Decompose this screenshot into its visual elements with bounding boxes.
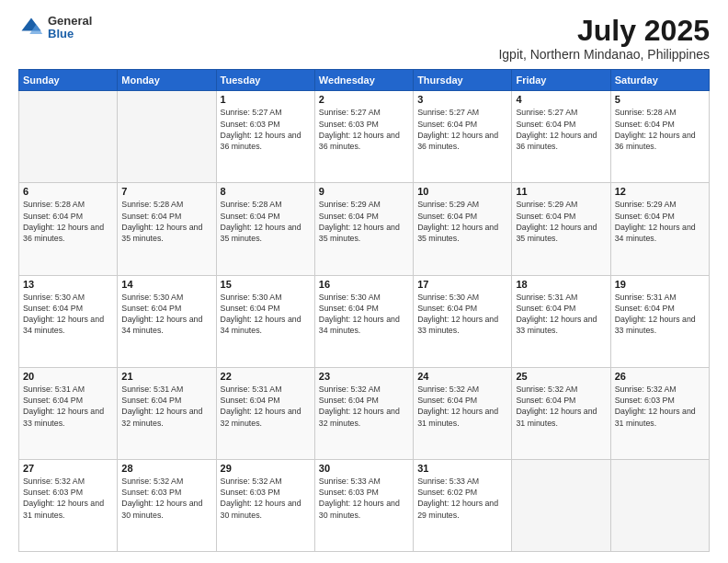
day-info: Sunrise: 5:27 AM Sunset: 6:03 PM Dayligh… (319, 107, 409, 152)
calendar-cell (610, 459, 709, 551)
weekday-header-saturday: Saturday (610, 70, 709, 91)
day-number: 8 (221, 186, 311, 197)
day-number: 2 (319, 94, 409, 105)
calendar-cell (118, 91, 216, 183)
weekday-header-row: SundayMondayTuesdayWednesdayThursdayFrid… (19, 70, 710, 91)
day-info: Sunrise: 5:31 AM Sunset: 6:04 PM Dayligh… (23, 384, 113, 429)
day-number: 30 (319, 463, 409, 474)
day-number: 20 (23, 371, 113, 382)
day-number: 15 (221, 279, 311, 290)
day-info: Sunrise: 5:32 AM Sunset: 6:04 PM Dayligh… (319, 384, 409, 429)
day-number: 4 (516, 94, 606, 105)
calendar-cell: 16Sunrise: 5:30 AM Sunset: 6:04 PM Dayli… (314, 275, 413, 367)
day-info: Sunrise: 5:33 AM Sunset: 6:03 PM Dayligh… (319, 476, 409, 521)
calendar-cell: 28Sunrise: 5:32 AM Sunset: 6:03 PM Dayli… (118, 459, 216, 551)
day-number: 24 (417, 371, 507, 382)
calendar-cell: 15Sunrise: 5:30 AM Sunset: 6:04 PM Dayli… (216, 275, 314, 367)
day-info: Sunrise: 5:30 AM Sunset: 6:04 PM Dayligh… (319, 292, 409, 337)
day-number: 12 (615, 186, 705, 197)
day-number: 6 (23, 186, 113, 197)
day-number: 10 (417, 186, 507, 197)
day-number: 11 (516, 186, 606, 197)
logo: General Blue (18, 15, 92, 41)
calendar-cell: 25Sunrise: 5:32 AM Sunset: 6:04 PM Dayli… (512, 367, 610, 459)
calendar-cell: 3Sunrise: 5:27 AM Sunset: 6:04 PM Daylig… (414, 91, 512, 183)
calendar-cell: 22Sunrise: 5:31 AM Sunset: 6:04 PM Dayli… (216, 367, 314, 459)
day-number: 16 (319, 279, 409, 290)
day-info: Sunrise: 5:29 AM Sunset: 6:04 PM Dayligh… (516, 199, 606, 244)
week-row-2: 6Sunrise: 5:28 AM Sunset: 6:04 PM Daylig… (19, 183, 710, 275)
day-info: Sunrise: 5:32 AM Sunset: 6:04 PM Dayligh… (417, 384, 507, 429)
day-info: Sunrise: 5:32 AM Sunset: 6:04 PM Dayligh… (516, 384, 606, 429)
logo-blue: Blue (48, 28, 92, 40)
day-info: Sunrise: 5:27 AM Sunset: 6:04 PM Dayligh… (417, 107, 507, 152)
day-info: Sunrise: 5:31 AM Sunset: 6:04 PM Dayligh… (516, 292, 606, 337)
day-info: Sunrise: 5:29 AM Sunset: 6:04 PM Dayligh… (615, 199, 705, 244)
day-info: Sunrise: 5:28 AM Sunset: 6:04 PM Dayligh… (615, 107, 705, 152)
day-number: 14 (121, 279, 211, 290)
day-number: 21 (121, 371, 211, 382)
day-info: Sunrise: 5:27 AM Sunset: 6:03 PM Dayligh… (221, 107, 311, 152)
calendar-cell (19, 91, 118, 183)
calendar-cell: 8Sunrise: 5:28 AM Sunset: 6:04 PM Daylig… (216, 183, 314, 275)
calendar-cell: 29Sunrise: 5:32 AM Sunset: 6:03 PM Dayli… (216, 459, 314, 551)
day-number: 19 (615, 279, 705, 290)
calendar-cell: 18Sunrise: 5:31 AM Sunset: 6:04 PM Dayli… (512, 275, 610, 367)
weekday-header-thursday: Thursday (414, 70, 512, 91)
day-number: 25 (516, 371, 606, 382)
day-info: Sunrise: 5:27 AM Sunset: 6:04 PM Dayligh… (516, 107, 606, 152)
calendar-page: General Blue July 2025 Igpit, Northern M… (0, 0, 728, 563)
calendar-table: SundayMondayTuesdayWednesdayThursdayFrid… (18, 69, 710, 552)
header: General Blue July 2025 Igpit, Northern M… (18, 15, 710, 62)
title-area: July 2025 Igpit, Northern Mindanao, Phil… (498, 15, 710, 62)
calendar-cell: 4Sunrise: 5:27 AM Sunset: 6:04 PM Daylig… (512, 91, 610, 183)
logo-icon (18, 15, 44, 40)
day-info: Sunrise: 5:28 AM Sunset: 6:04 PM Dayligh… (121, 199, 211, 244)
day-info: Sunrise: 5:29 AM Sunset: 6:04 PM Dayligh… (417, 199, 507, 244)
calendar-cell: 13Sunrise: 5:30 AM Sunset: 6:04 PM Dayli… (19, 275, 118, 367)
main-title: July 2025 (498, 15, 710, 47)
calendar-cell: 1Sunrise: 5:27 AM Sunset: 6:03 PM Daylig… (216, 91, 314, 183)
weekday-header-monday: Monday (118, 70, 216, 91)
logo-general: General (48, 15, 92, 28)
day-number: 3 (417, 94, 507, 105)
day-number: 23 (319, 371, 409, 382)
calendar-header: SundayMondayTuesdayWednesdayThursdayFrid… (19, 70, 710, 91)
weekday-header-tuesday: Tuesday (216, 70, 314, 91)
weekday-header-sunday: Sunday (19, 70, 118, 91)
calendar-cell: 11Sunrise: 5:29 AM Sunset: 6:04 PM Dayli… (512, 183, 610, 275)
day-info: Sunrise: 5:31 AM Sunset: 6:04 PM Dayligh… (221, 384, 311, 429)
calendar-cell: 23Sunrise: 5:32 AM Sunset: 6:04 PM Dayli… (314, 367, 413, 459)
weekday-header-friday: Friday (512, 70, 610, 91)
day-number: 1 (221, 94, 311, 105)
day-number: 22 (221, 371, 311, 382)
week-row-5: 27Sunrise: 5:32 AM Sunset: 6:03 PM Dayli… (19, 459, 710, 551)
day-info: Sunrise: 5:31 AM Sunset: 6:04 PM Dayligh… (615, 292, 705, 337)
calendar-cell (512, 459, 610, 551)
day-info: Sunrise: 5:33 AM Sunset: 6:02 PM Dayligh… (417, 476, 507, 521)
calendar-cell: 14Sunrise: 5:30 AM Sunset: 6:04 PM Dayli… (118, 275, 216, 367)
day-info: Sunrise: 5:32 AM Sunset: 6:03 PM Dayligh… (221, 476, 311, 521)
subtitle: Igpit, Northern Mindanao, Philippines (498, 47, 710, 62)
day-number: 27 (23, 463, 113, 474)
weekday-header-wednesday: Wednesday (314, 70, 413, 91)
day-info: Sunrise: 5:32 AM Sunset: 6:03 PM Dayligh… (23, 476, 113, 521)
calendar-cell: 12Sunrise: 5:29 AM Sunset: 6:04 PM Dayli… (610, 183, 709, 275)
day-info: Sunrise: 5:28 AM Sunset: 6:04 PM Dayligh… (221, 199, 311, 244)
day-number: 29 (221, 463, 311, 474)
day-number: 17 (417, 279, 507, 290)
calendar-cell: 5Sunrise: 5:28 AM Sunset: 6:04 PM Daylig… (610, 91, 709, 183)
day-number: 13 (23, 279, 113, 290)
calendar-cell: 2Sunrise: 5:27 AM Sunset: 6:03 PM Daylig… (314, 91, 413, 183)
day-info: Sunrise: 5:32 AM Sunset: 6:03 PM Dayligh… (615, 384, 705, 429)
day-number: 9 (319, 186, 409, 197)
calendar-cell: 17Sunrise: 5:30 AM Sunset: 6:04 PM Dayli… (414, 275, 512, 367)
day-info: Sunrise: 5:31 AM Sunset: 6:04 PM Dayligh… (121, 384, 211, 429)
day-info: Sunrise: 5:30 AM Sunset: 6:04 PM Dayligh… (23, 292, 113, 337)
day-info: Sunrise: 5:29 AM Sunset: 6:04 PM Dayligh… (319, 199, 409, 244)
calendar-cell: 26Sunrise: 5:32 AM Sunset: 6:03 PM Dayli… (610, 367, 709, 459)
calendar-cell: 10Sunrise: 5:29 AM Sunset: 6:04 PM Dayli… (414, 183, 512, 275)
calendar-cell: 20Sunrise: 5:31 AM Sunset: 6:04 PM Dayli… (19, 367, 118, 459)
day-info: Sunrise: 5:30 AM Sunset: 6:04 PM Dayligh… (417, 292, 507, 337)
calendar-cell: 6Sunrise: 5:28 AM Sunset: 6:04 PM Daylig… (19, 183, 118, 275)
